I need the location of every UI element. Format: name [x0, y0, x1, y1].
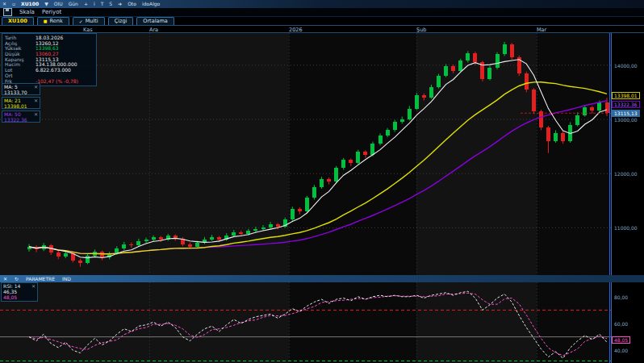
titlebar-item-xu100[interactable]: XU100 — [21, 0, 39, 8]
candle-body — [210, 237, 214, 240]
candle-body — [451, 66, 455, 70]
price-axis[interactable] — [611, 33, 644, 275]
close-icon[interactable]: ✕ — [34, 85, 38, 90]
close-indicator-icon[interactable]: ✕ — [3, 275, 7, 282]
month-label-şub: Şub — [416, 27, 426, 33]
indicator-header-parametre[interactable]: PARAMETRE — [26, 275, 55, 282]
titlebar-item-oto[interactable]: Oto — [128, 0, 136, 8]
candle-body — [341, 160, 345, 168]
candle-body — [408, 109, 412, 119]
info-value: -102,47 (% -0,78) — [36, 79, 78, 85]
price-tick-label: 12000,00 — [614, 171, 638, 177]
toolbar-button-periyot[interactable]: Periyot — [42, 9, 61, 15]
candle-body — [400, 119, 404, 122]
tab-label: XU100 — [8, 18, 27, 25]
candle-body — [78, 261, 82, 263]
candle-body — [525, 73, 529, 90]
axis-label-ma21: 13398,01 — [612, 92, 640, 99]
ma-box-5: MA: 5✕13133,70 — [2, 83, 40, 95]
close-icon[interactable]: ✕ — [34, 112, 38, 118]
candle-body — [444, 66, 448, 76]
candle-body — [253, 229, 257, 232]
info-value: 6.822.673.000 — [36, 68, 71, 73]
chart-toolbar: SkalaPeriyot — [0, 8, 644, 17]
titlebar-item-i[interactable]: i — [94, 0, 95, 8]
candle-body — [269, 224, 273, 227]
titlebar-item-t[interactable]: T — [101, 0, 104, 8]
candle-body — [422, 95, 426, 98]
info-row: Lot6.822.673.000 — [5, 68, 94, 73]
check-icon: ✓ — [79, 18, 83, 25]
candle-body — [590, 107, 594, 111]
indicator-header-ind[interactable]: IND — [62, 275, 71, 282]
candle-body — [539, 111, 543, 127]
candle-body — [159, 237, 163, 240]
titlebar-item-idoalgo[interactable]: idoAlgo — [142, 0, 160, 8]
candle-body — [122, 244, 126, 248]
rsi-tick-label: 80,00 — [614, 294, 628, 300]
chart-tabs: XU100■Renk✓MultiÇizgiOrtalama — [0, 17, 644, 25]
tab-label: Multi — [86, 18, 98, 25]
ohlc-info-panel: Tarih18.03.2026Açılış13260,12Yüksek13398… — [2, 33, 97, 86]
candle-body — [64, 253, 68, 257]
candle-body — [56, 252, 61, 257]
titlebar-item-gün[interactable]: Gün — [69, 0, 78, 8]
titlebar-item-➜[interactable]: ➜ — [118, 0, 122, 8]
candle-body — [356, 152, 360, 162]
candle-body — [144, 240, 148, 240]
month-label-kas: Kas — [83, 27, 93, 33]
ma-box-value: 13322,36 — [4, 118, 38, 123]
close-icon[interactable]: ✕ — [2, 0, 6, 8]
candle-body — [386, 130, 390, 136]
axis-label-rsi-last: 48,05 — [612, 336, 630, 344]
window-titlebar: ✕▫XU100▼OIUGün+iTS➜OtoidoAlgo — [0, 0, 644, 8]
candle-body — [195, 243, 199, 247]
price-tick-label: 14000,00 — [614, 63, 638, 69]
axis-label-last-price: 13115,13 — [612, 110, 640, 117]
candle-body — [473, 53, 477, 62]
close-icon[interactable]: ✕ — [31, 284, 36, 290]
month-band — [289, 282, 416, 363]
window-icon[interactable]: ▫ — [12, 0, 15, 8]
candle-body — [458, 60, 462, 70]
titlebar-item-+[interactable]: + — [84, 0, 88, 8]
candle-body — [554, 133, 558, 141]
close-icon[interactable]: ✕ — [34, 98, 38, 104]
titlebar-item-s[interactable]: S — [109, 0, 112, 8]
tab-renk[interactable]: ■Renk — [37, 17, 69, 25]
candle-body — [312, 187, 316, 198]
month-label-ara: Ara — [149, 27, 158, 33]
candle-body — [575, 115, 579, 125]
tab-çizgi[interactable]: Çizgi — [108, 17, 134, 25]
toolbar-button-skala[interactable]: Skala — [19, 9, 35, 15]
ma-box-value: 13133,70 — [4, 90, 38, 96]
rsi-chart[interactable] — [0, 282, 644, 363]
rsi-tick-label: 60,00 — [614, 321, 628, 327]
save-icon[interactable] — [3, 8, 12, 16]
color-swatch-icon: ■ — [44, 18, 48, 25]
tab-xu100[interactable]: XU100 — [2, 17, 34, 25]
tab-multi[interactable]: ✓Multi — [73, 17, 105, 25]
candle-body — [152, 237, 156, 240]
month-band — [149, 282, 289, 363]
ma-box-value: 13398,01 — [4, 104, 38, 110]
rsi-chart-canvas[interactable] — [0, 282, 644, 363]
candle-body — [239, 232, 243, 235]
titlebar-item-oiu[interactable]: OIU — [54, 0, 63, 8]
tab-ortalama[interactable]: Ortalama — [136, 17, 174, 25]
candle-body — [487, 68, 491, 78]
candle-body — [510, 44, 514, 56]
ma-box-21: MA: 21✕13398,01 — [2, 97, 40, 109]
candle-body — [86, 256, 90, 263]
candle-body — [597, 102, 601, 111]
axis-label-ma50: 13322,36 — [612, 101, 640, 108]
candle-body — [561, 133, 565, 141]
price-tick-label: 13000,00 — [614, 117, 638, 123]
tab-label: Çizgi — [115, 18, 128, 25]
candle-body — [583, 107, 587, 115]
titlebar-item-▼[interactable]: ▼ — [44, 0, 48, 8]
month-label-mar: Mar — [537, 27, 546, 33]
candle-body — [415, 95, 419, 109]
refresh-icon[interactable]: ↻ — [15, 275, 19, 282]
candle-body — [605, 102, 609, 113]
